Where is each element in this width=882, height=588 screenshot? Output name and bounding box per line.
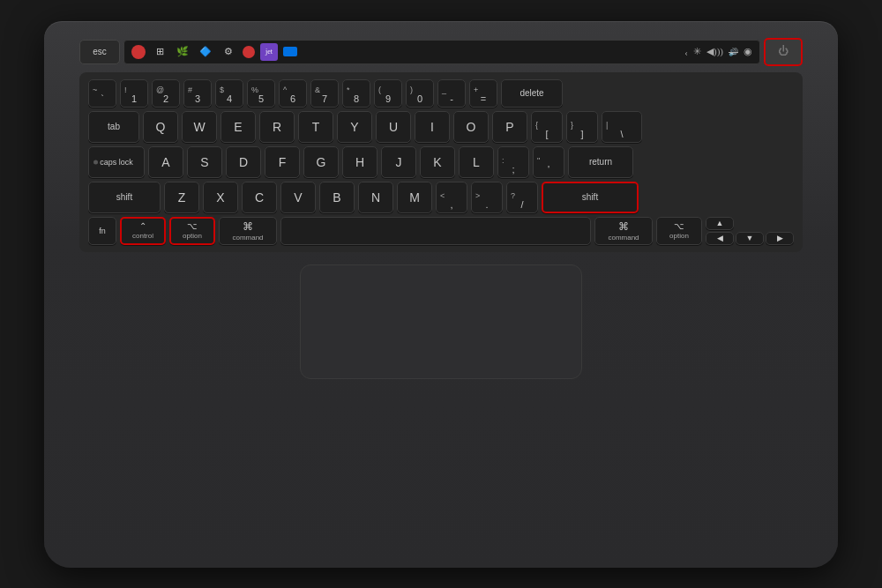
key-4[interactable]: $ 4	[215, 79, 243, 108]
key-period[interactable]: > .	[471, 182, 503, 213]
key-minus[interactable]: _ -	[437, 79, 466, 108]
key-7[interactable]: & 7	[310, 79, 339, 108]
touchbar: ⊞ 🌿 🔷 ⚙ jet ‹ ✳ ◀))) 🔊 ◉	[123, 40, 760, 64]
key-o[interactable]: O	[453, 111, 489, 143]
power-icon: ⏻	[778, 45, 789, 58]
key-fn[interactable]: fn	[88, 217, 116, 245]
key-8[interactable]: * 8	[342, 79, 370, 108]
bottom-row: fn ⌃ control ⌥ option ⌘ command	[88, 217, 794, 245]
qwerty-row: tab Q W E R T Y U I O P { [ } ] | \	[88, 111, 794, 143]
brightness-icon: ✳	[693, 46, 701, 57]
key-backtick[interactable]: ~ `	[88, 79, 116, 108]
touchbar-grid-icon[interactable]: ⊞	[151, 43, 168, 61]
key-space[interactable]	[280, 217, 591, 245]
key-command-right[interactable]: ⌘ command	[594, 217, 653, 245]
key-tab[interactable]: tab	[88, 111, 139, 143]
touchbar-settings-icon[interactable]: ⚙	[220, 43, 237, 61]
touchbar-close-icon[interactable]	[131, 45, 146, 59]
key-d[interactable]: D	[226, 146, 261, 178]
key-b[interactable]: B	[319, 182, 355, 213]
key-option-left[interactable]: ⌥ option	[169, 217, 215, 245]
key-bracket-close[interactable]: } ]	[566, 111, 598, 143]
key-f[interactable]: F	[265, 146, 300, 178]
key-arrow-up[interactable]: ▲	[706, 217, 734, 230]
key-l[interactable]: L	[459, 146, 494, 178]
touchbar-jet-icon[interactable]: jet	[260, 43, 278, 61]
key-comma[interactable]: < ,	[436, 182, 467, 213]
key-p[interactable]: P	[492, 111, 527, 143]
keyboard: ~ ` ! 1 @ 2 # 3 $ 4 % 5	[79, 72, 803, 252]
key-delete[interactable]: delete	[501, 79, 563, 108]
laptop-body: esc ⊞ 🌿 🔷 ⚙ jet ‹ ✳ ◀))) 🔊 ◉ ⏻	[44, 21, 838, 568]
key-e[interactable]: E	[220, 111, 256, 143]
trackpad[interactable]	[300, 264, 582, 379]
key-t[interactable]: T	[298, 111, 333, 143]
number-row: ~ ` ! 1 @ 2 # 3 $ 4 % 5	[88, 79, 794, 108]
mute-icon: 🔊	[729, 48, 738, 56]
key-u[interactable]: U	[376, 111, 411, 143]
key-2[interactable]: @ 2	[152, 79, 180, 108]
key-x[interactable]: X	[203, 182, 238, 213]
key-w[interactable]: W	[182, 111, 217, 143]
key-y[interactable]: Y	[337, 111, 372, 143]
arrow-key-group: ▲ ◀ ▼ ▶	[706, 217, 794, 245]
key-z[interactable]: Z	[164, 182, 199, 213]
key-n[interactable]: N	[358, 182, 393, 213]
zxcv-row: shift Z X C V B N M < , > . ? / shift	[88, 182, 794, 213]
key-6[interactable]: ^ 6	[279, 79, 307, 108]
key-equals[interactable]: + =	[469, 79, 497, 108]
key-arrow-down[interactable]: ▼	[736, 232, 764, 245]
key-k[interactable]: K	[420, 146, 455, 178]
key-q[interactable]: Q	[143, 111, 178, 143]
touchbar-red-record-icon[interactable]	[243, 46, 255, 58]
key-slash[interactable]: ? /	[506, 182, 538, 213]
key-v[interactable]: V	[280, 182, 316, 213]
key-9[interactable]: ( 9	[374, 79, 402, 108]
key-return[interactable]: return	[568, 146, 633, 178]
key-caps-lock[interactable]: caps lock	[88, 146, 145, 178]
key-s[interactable]: S	[187, 146, 222, 178]
key-0[interactable]: ) 0	[406, 79, 434, 108]
key-control[interactable]: ⌃ control	[120, 217, 166, 245]
esc-key[interactable]: esc	[79, 40, 120, 64]
key-5[interactable]: % 5	[247, 79, 275, 108]
touchbar-orange-icon[interactable]: 🔷	[197, 43, 214, 61]
caps-lock-indicator	[93, 160, 98, 164]
key-g[interactable]: G	[303, 146, 339, 178]
touchbar-leaf-icon[interactable]: 🌿	[174, 43, 191, 61]
touchbar-right: ‹ ✳ ◀))) 🔊 ◉	[684, 46, 752, 57]
asdf-row: caps lock A S D F G H J K L : ; " ' retu…	[88, 146, 794, 178]
key-r[interactable]: R	[259, 111, 295, 143]
key-shift-right[interactable]: shift	[542, 182, 639, 213]
key-c[interactable]: C	[242, 182, 277, 213]
key-i[interactable]: I	[415, 111, 450, 143]
siri-icon: ◉	[744, 46, 752, 57]
key-arrow-left[interactable]: ◀	[706, 232, 734, 245]
key-arrow-right[interactable]: ▶	[766, 232, 794, 245]
key-j[interactable]: J	[381, 146, 416, 178]
key-m[interactable]: M	[397, 182, 432, 213]
key-bracket-open[interactable]: { [	[531, 111, 563, 143]
key-backslash[interactable]: | \	[602, 111, 642, 143]
key-quote[interactable]: " '	[533, 146, 564, 178]
power-button[interactable]: ⏻	[764, 38, 803, 66]
key-1[interactable]: ! 1	[120, 79, 148, 108]
brightness-less-icon: ‹	[684, 47, 688, 57]
key-shift-left[interactable]: shift	[88, 182, 161, 213]
key-option-right[interactable]: ⌥ option	[656, 217, 702, 245]
key-semicolon[interactable]: : ;	[497, 146, 529, 178]
volume-icon: ◀)))	[706, 46, 723, 57]
touchbar-screen-icon[interactable]	[283, 47, 297, 56]
key-h[interactable]: H	[342, 146, 377, 178]
touchbar-row: esc ⊞ 🌿 🔷 ⚙ jet ‹ ✳ ◀))) 🔊 ◉ ⏻	[79, 37, 803, 67]
key-command-left[interactable]: ⌘ command	[219, 217, 277, 245]
key-a[interactable]: A	[148, 146, 183, 178]
key-3[interactable]: # 3	[183, 79, 212, 108]
